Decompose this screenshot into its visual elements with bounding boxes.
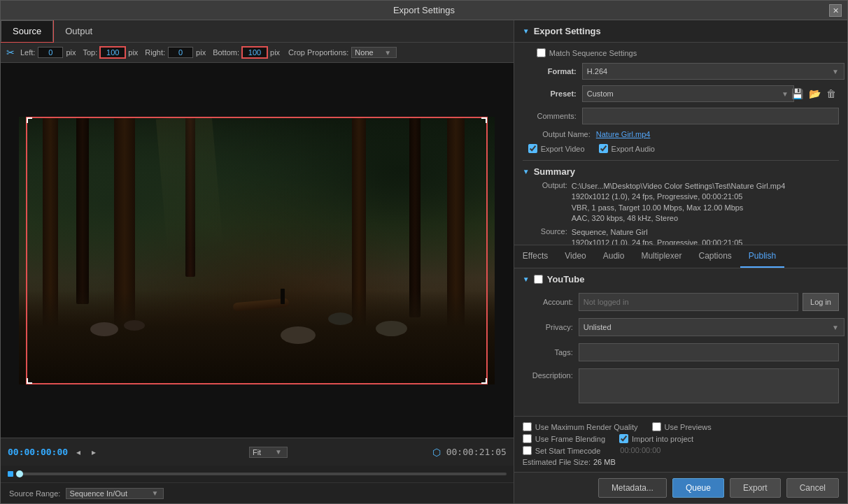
import-preset-btn[interactable]: 📂	[806, 87, 824, 101]
right-input[interactable]	[168, 47, 193, 58]
export-button[interactable]: Export	[730, 478, 781, 498]
output-name-row: Output Name: Nature Girl.mp4	[523, 130, 839, 138]
youtube-collapse-btn[interactable]: ▼	[523, 275, 530, 283]
youtube-privacy-select[interactable]: Unlisted Public Private	[579, 318, 845, 336]
tab-source[interactable]: Source	[1, 20, 53, 42]
youtube-privacy-wrapper: Unlisted Public Private ▼	[579, 318, 839, 336]
export-video-label[interactable]: Export Video	[528, 144, 585, 153]
export-settings-collapse-btn[interactable]: ▼	[523, 27, 530, 35]
youtube-account-input[interactable]	[579, 293, 798, 311]
import-project-checkbox[interactable]	[619, 434, 628, 443]
use-previews-checkbox[interactable]	[652, 422, 661, 431]
match-sequence-label[interactable]: Match Sequence Settings	[537, 48, 637, 57]
summary-output-row: Output: C:\User...M\Desktop\Video Color …	[530, 181, 839, 224]
import-project-label[interactable]: Import into project	[619, 434, 693, 443]
left-input[interactable]	[38, 47, 63, 58]
top-label: Top:	[83, 48, 97, 57]
preview-frame	[19, 117, 495, 384]
summary-section: ▼ Summary Output: C:\User...M\Desktop\Vi…	[523, 160, 839, 245]
format-label: Format:	[523, 67, 582, 75]
export-video-checkbox[interactable]	[528, 144, 537, 153]
tab-multiplexer[interactable]: Multiplexer	[633, 245, 690, 268]
cancel-button[interactable]: Cancel	[786, 478, 839, 498]
youtube-tags-label: Tags:	[523, 348, 579, 357]
fit-select[interactable]: Fit 100% 50%	[249, 447, 288, 458]
export-settings-header: ▼ Export Settings	[514, 20, 847, 43]
bottom-input[interactable]	[242, 47, 267, 58]
format-row: Format: H.264 H.265 MPEG2 ▼	[523, 63, 839, 80]
youtube-tags-input[interactable]	[579, 343, 839, 361]
export-audio-checkbox[interactable]	[599, 144, 608, 153]
youtube-enable-checkbox[interactable]	[534, 275, 543, 284]
left-label: Left:	[20, 48, 35, 57]
youtube-section: ▼ YouTube Account: Log in Privacy: Unlis…	[514, 268, 847, 416]
settings-body: Match Sequence Settings Format: H.264 H.…	[514, 43, 847, 245]
match-sequence-checkbox[interactable]	[537, 48, 546, 57]
tab-bar: Source Output	[1, 20, 514, 43]
crop-proportions-select[interactable]: None 4:3 16:9	[351, 47, 397, 58]
youtube-description-row: Description:	[523, 368, 839, 403]
export-to-player-icon[interactable]: ⬡	[432, 447, 441, 458]
tab-output[interactable]: Output	[53, 20, 104, 42]
title-bar: Export Settings ✕	[1, 1, 847, 20]
file-size-row: Estimated File Size: 26 MB	[523, 458, 839, 466]
preset-row: Preset: Custom Match Source YouTube 1080…	[523, 85, 839, 102]
close-button[interactable]: ✕	[829, 4, 842, 17]
output-name-value[interactable]: Nature Girl.mp4	[596, 130, 651, 138]
youtube-description-textarea[interactable]	[579, 368, 839, 403]
summary-source-val: Sequence, Nature Girl 1920x1012 (1.0), 2…	[572, 227, 743, 245]
tab-effects[interactable]: Effects	[514, 245, 556, 268]
scrubber-row	[1, 466, 514, 482]
preset-label: Preset:	[523, 89, 582, 98]
crop-proportions-select-wrapper: None 4:3 16:9 ▼	[351, 47, 391, 58]
metadata-button[interactable]: Metadata...	[598, 478, 667, 498]
summary-title: Summary	[534, 166, 575, 177]
format-select[interactable]: H.264 H.265 MPEG2	[582, 63, 845, 80]
youtube-title: YouTube	[547, 274, 585, 285]
youtube-login-btn[interactable]: Log in	[803, 293, 839, 311]
format-select-wrapper: H.264 H.265 MPEG2 ▼	[582, 63, 839, 80]
start-timecode-label[interactable]: Set Start Timecode	[523, 446, 601, 455]
start-timecode-checkbox[interactable]	[523, 446, 532, 455]
preset-select[interactable]: Custom Match Source YouTube 1080p HD	[582, 85, 794, 102]
preset-select-wrapper: Custom Match Source YouTube 1080p HD ▼	[582, 85, 789, 102]
crop-proportions-label: Crop Proportions:	[288, 48, 348, 57]
frame-blending-checkbox[interactable]	[523, 434, 532, 443]
pix-label-2: pix	[128, 48, 138, 57]
bottom-label: Bottom:	[213, 48, 239, 57]
summary-source-label: Source:	[530, 227, 572, 245]
bottom-opts-row-3: Set Start Timecode 00:00:00:00	[523, 446, 839, 455]
source-range-label: Source Range:	[9, 489, 60, 498]
use-previews-label[interactable]: Use Previews	[652, 422, 712, 431]
tab-video[interactable]: Video	[556, 245, 594, 268]
tab-publish[interactable]: Publish	[740, 245, 784, 268]
summary-collapse-btn[interactable]: ▼	[523, 168, 530, 175]
source-range-row: Source Range: Sequence In/Out Work Area …	[1, 482, 514, 503]
comments-input[interactable]	[582, 108, 839, 124]
next-frame-btn[interactable]: ▸	[89, 446, 99, 459]
youtube-tags-row: Tags:	[523, 343, 839, 361]
summary-output-val: C:\User...M\Desktop\Video Color Settings…	[572, 181, 785, 224]
in-point-marker[interactable]	[8, 471, 13, 477]
scrubber-track[interactable]	[16, 473, 507, 475]
timeline-controls: 00:00:00:00 ◂ ▸ Fit 100% 50% ▼ ⬡ 00:00:2…	[1, 438, 514, 466]
comments-label: Comments:	[523, 112, 582, 120]
max-render-checkbox[interactable]	[523, 422, 532, 431]
tab-audio[interactable]: Audio	[595, 245, 633, 268]
prev-frame-btn[interactable]: ◂	[73, 446, 83, 459]
queue-button[interactable]: Queue	[672, 478, 724, 498]
start-timecode-value: 00:00:00:00	[620, 446, 660, 455]
youtube-account-label: Account:	[523, 298, 579, 306]
save-preset-btn[interactable]: 💾	[789, 87, 806, 101]
max-render-label[interactable]: Use Maximum Render Quality	[523, 422, 638, 431]
crop-toolbar: ✂ Left: pix Top: pix Right: pix Bottom: …	[1, 43, 514, 63]
frame-blending-label[interactable]: Use Frame Blending	[523, 434, 605, 443]
youtube-description-label: Description:	[523, 371, 579, 380]
pix-label-1: pix	[66, 48, 76, 57]
scrubber-thumb[interactable]	[16, 470, 23, 477]
export-audio-label[interactable]: Export Audio	[599, 144, 655, 153]
top-input[interactable]	[100, 47, 125, 58]
delete-preset-btn[interactable]: 🗑	[824, 87, 839, 101]
source-range-select[interactable]: Sequence In/Out Work Area Entire Sequenc…	[66, 488, 164, 499]
tab-captions[interactable]: Captions	[690, 245, 740, 268]
